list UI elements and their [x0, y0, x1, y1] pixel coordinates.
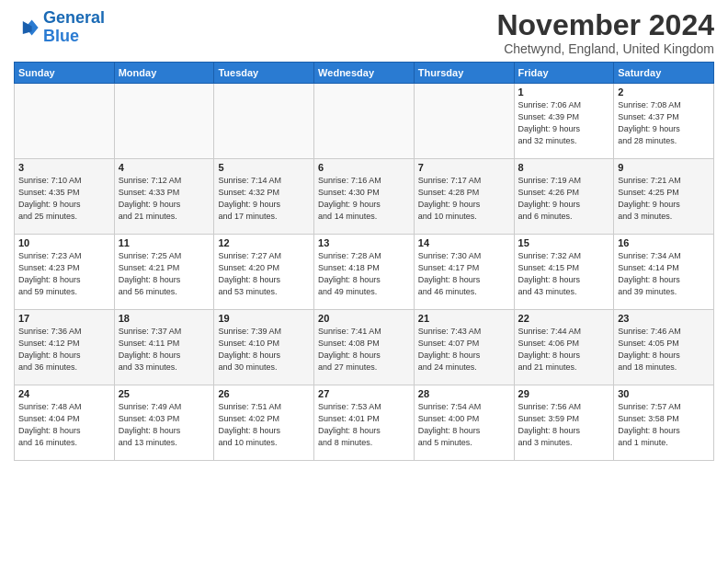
logo-icon — [14, 15, 40, 40]
cell-info: Sunrise: 7:51 AMSunset: 4:02 PMDaylight:… — [218, 401, 310, 449]
calendar-cell: 2Sunrise: 7:08 AMSunset: 4:37 PMDaylight… — [614, 84, 714, 159]
calendar-week-2: 3Sunrise: 7:10 AMSunset: 4:35 PMDaylight… — [15, 159, 714, 235]
location: Chetwynd, England, United Kingdom — [496, 41, 714, 56]
calendar-cell: 3Sunrise: 7:10 AMSunset: 4:35 PMDaylight… — [15, 159, 115, 235]
day-number: 28 — [418, 388, 510, 399]
day-number: 22 — [518, 313, 610, 324]
cell-info: Sunrise: 7:34 AMSunset: 4:14 PMDaylight:… — [618, 250, 710, 298]
logo-line1: General — [43, 8, 105, 27]
page: General Blue November 2024 Chetwynd, Eng… — [0, 0, 728, 563]
day-number: 9 — [618, 162, 710, 173]
calendar-cell: 17Sunrise: 7:36 AMSunset: 4:12 PMDayligh… — [15, 310, 115, 385]
cell-info: Sunrise: 7:57 AMSunset: 3:58 PMDaylight:… — [618, 401, 710, 449]
calendar-cell — [414, 84, 514, 159]
cell-info: Sunrise: 7:41 AMSunset: 4:08 PMDaylight:… — [318, 326, 410, 373]
cell-info: Sunrise: 7:25 AMSunset: 4:21 PMDaylight:… — [119, 250, 210, 298]
day-number: 15 — [518, 237, 610, 248]
calendar-cell: 28Sunrise: 7:54 AMSunset: 4:00 PMDayligh… — [414, 385, 514, 461]
cell-info: Sunrise: 7:17 AMSunset: 4:28 PMDaylight:… — [418, 175, 510, 223]
day-number: 16 — [618, 237, 710, 248]
calendar-cell: 18Sunrise: 7:37 AMSunset: 4:11 PMDayligh… — [114, 310, 214, 385]
calendar-cell: 11Sunrise: 7:25 AMSunset: 4:21 PMDayligh… — [114, 235, 214, 310]
calendar-cell: 22Sunrise: 7:44 AMSunset: 4:06 PMDayligh… — [514, 310, 614, 385]
col-header-wednesday: Wednesday — [314, 63, 415, 84]
col-header-thursday: Thursday — [414, 63, 514, 84]
cell-info: Sunrise: 7:56 AMSunset: 3:59 PMDaylight:… — [518, 401, 610, 449]
day-number: 7 — [418, 162, 510, 173]
calendar: SundayMondayTuesdayWednesdayThursdayFrid… — [14, 62, 714, 461]
cell-info: Sunrise: 7:49 AMSunset: 4:03 PMDaylight:… — [119, 401, 210, 449]
day-number: 24 — [18, 388, 110, 399]
day-number: 25 — [119, 388, 210, 399]
calendar-cell: 10Sunrise: 7:23 AMSunset: 4:23 PMDayligh… — [15, 235, 115, 310]
cell-info: Sunrise: 7:32 AMSunset: 4:15 PMDaylight:… — [518, 250, 610, 298]
cell-info: Sunrise: 7:44 AMSunset: 4:06 PMDaylight:… — [518, 326, 610, 373]
day-number: 29 — [518, 388, 610, 399]
calendar-week-4: 17Sunrise: 7:36 AMSunset: 4:12 PMDayligh… — [15, 310, 714, 385]
cell-info: Sunrise: 7:30 AMSunset: 4:17 PMDaylight:… — [418, 250, 510, 298]
calendar-cell — [114, 84, 214, 159]
calendar-cell — [15, 84, 115, 159]
day-number: 23 — [618, 313, 710, 324]
cell-info: Sunrise: 7:43 AMSunset: 4:07 PMDaylight:… — [418, 326, 510, 373]
day-number: 10 — [18, 237, 110, 248]
calendar-cell: 13Sunrise: 7:28 AMSunset: 4:18 PMDayligh… — [314, 235, 415, 310]
logo-text: General Blue — [43, 9, 105, 46]
col-header-monday: Monday — [114, 63, 214, 84]
cell-info: Sunrise: 7:23 AMSunset: 4:23 PMDaylight:… — [18, 250, 110, 298]
calendar-cell: 6Sunrise: 7:16 AMSunset: 4:30 PMDaylight… — [314, 159, 415, 235]
calendar-cell: 16Sunrise: 7:34 AMSunset: 4:14 PMDayligh… — [614, 235, 714, 310]
logo-line2: Blue — [43, 28, 105, 46]
calendar-cell: 9Sunrise: 7:21 AMSunset: 4:25 PMDaylight… — [614, 159, 714, 235]
cell-info: Sunrise: 7:54 AMSunset: 4:00 PMDaylight:… — [418, 401, 510, 449]
day-number: 30 — [618, 388, 710, 399]
calendar-cell: 20Sunrise: 7:41 AMSunset: 4:08 PMDayligh… — [314, 310, 415, 385]
cell-info: Sunrise: 7:53 AMSunset: 4:01 PMDaylight:… — [318, 401, 410, 449]
day-number: 8 — [518, 162, 610, 173]
month-title: November 2024 — [496, 9, 714, 41]
day-number: 14 — [418, 237, 510, 248]
day-number: 6 — [318, 162, 410, 173]
calendar-header-row: SundayMondayTuesdayWednesdayThursdayFrid… — [15, 63, 714, 84]
calendar-cell: 24Sunrise: 7:48 AMSunset: 4:04 PMDayligh… — [15, 385, 115, 461]
day-number: 2 — [618, 86, 710, 98]
calendar-cell: 21Sunrise: 7:43 AMSunset: 4:07 PMDayligh… — [414, 310, 514, 385]
cell-info: Sunrise: 7:36 AMSunset: 4:12 PMDaylight:… — [18, 326, 110, 373]
cell-info: Sunrise: 7:14 AMSunset: 4:32 PMDaylight:… — [218, 175, 310, 223]
day-number: 3 — [18, 162, 110, 173]
logo: General Blue — [14, 9, 105, 46]
day-number: 17 — [18, 313, 110, 324]
calendar-week-3: 10Sunrise: 7:23 AMSunset: 4:23 PMDayligh… — [15, 235, 714, 310]
day-number: 13 — [318, 237, 410, 248]
cell-info: Sunrise: 7:21 AMSunset: 4:25 PMDaylight:… — [618, 175, 710, 223]
cell-info: Sunrise: 7:48 AMSunset: 4:04 PMDaylight:… — [18, 401, 110, 449]
calendar-cell: 19Sunrise: 7:39 AMSunset: 4:10 PMDayligh… — [214, 310, 314, 385]
calendar-cell: 7Sunrise: 7:17 AMSunset: 4:28 PMDaylight… — [414, 159, 514, 235]
cell-info: Sunrise: 7:08 AMSunset: 4:37 PMDaylight:… — [618, 99, 710, 147]
day-number: 1 — [518, 86, 610, 98]
day-number: 26 — [218, 388, 310, 399]
calendar-cell — [314, 84, 415, 159]
calendar-cell: 15Sunrise: 7:32 AMSunset: 4:15 PMDayligh… — [514, 235, 614, 310]
calendar-cell: 4Sunrise: 7:12 AMSunset: 4:33 PMDaylight… — [114, 159, 214, 235]
calendar-cell: 27Sunrise: 7:53 AMSunset: 4:01 PMDayligh… — [314, 385, 415, 461]
calendar-cell: 1Sunrise: 7:06 AMSunset: 4:39 PMDaylight… — [514, 84, 614, 159]
day-number: 5 — [218, 162, 310, 173]
col-header-saturday: Saturday — [614, 63, 714, 84]
calendar-cell: 30Sunrise: 7:57 AMSunset: 3:58 PMDayligh… — [614, 385, 714, 461]
day-number: 20 — [318, 313, 410, 324]
header: General Blue November 2024 Chetwynd, Eng… — [14, 9, 714, 56]
cell-info: Sunrise: 7:10 AMSunset: 4:35 PMDaylight:… — [18, 175, 110, 223]
col-header-sunday: Sunday — [15, 63, 115, 84]
calendar-cell: 26Sunrise: 7:51 AMSunset: 4:02 PMDayligh… — [214, 385, 314, 461]
cell-info: Sunrise: 7:37 AMSunset: 4:11 PMDaylight:… — [119, 326, 210, 373]
cell-info: Sunrise: 7:28 AMSunset: 4:18 PMDaylight:… — [318, 250, 410, 298]
cell-info: Sunrise: 7:46 AMSunset: 4:05 PMDaylight:… — [618, 326, 710, 373]
day-number: 19 — [218, 313, 310, 324]
calendar-cell: 5Sunrise: 7:14 AMSunset: 4:32 PMDaylight… — [214, 159, 314, 235]
day-number: 4 — [119, 162, 210, 173]
cell-info: Sunrise: 7:27 AMSunset: 4:20 PMDaylight:… — [218, 250, 310, 298]
day-number: 21 — [418, 313, 510, 324]
col-header-friday: Friday — [514, 63, 614, 84]
calendar-cell: 8Sunrise: 7:19 AMSunset: 4:26 PMDaylight… — [514, 159, 614, 235]
